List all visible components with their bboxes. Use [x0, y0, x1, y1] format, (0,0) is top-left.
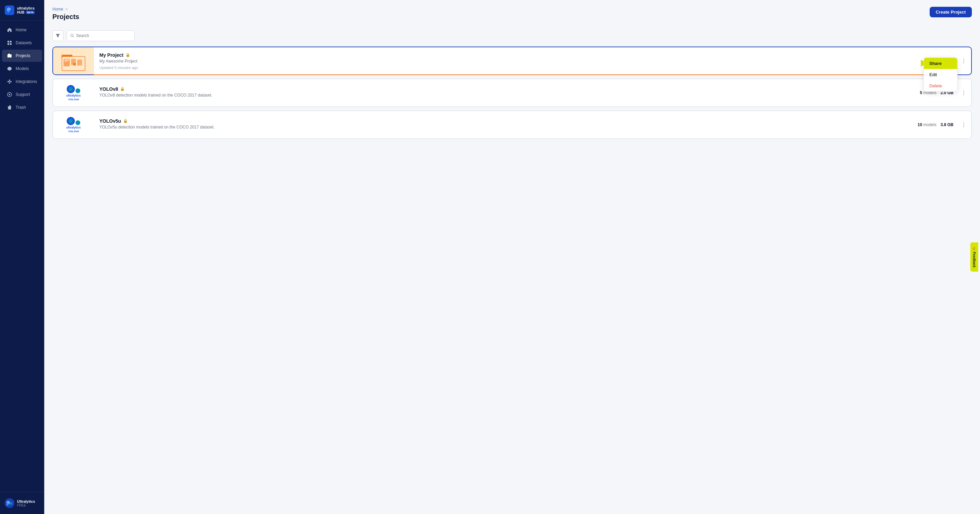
- sidebar-item-support[interactable]: Support: [2, 88, 42, 101]
- svg-line-20: [73, 36, 74, 37]
- breadcrumb: Home >: [52, 7, 79, 11]
- svg-rect-3: [8, 41, 9, 43]
- integrations-icon: [7, 79, 12, 84]
- svg-point-10: [9, 79, 10, 81]
- logo-name: ultralytics: [17, 6, 35, 11]
- svg-point-17: [10, 502, 12, 505]
- sidebar: ultralytics HUB BETA Home Datasets Proje…: [0, 0, 44, 514]
- lock-icon-yolov5u: 🔒: [123, 119, 128, 123]
- filter-button[interactable]: [52, 30, 63, 41]
- search-box: [67, 30, 135, 41]
- projects-icon: [7, 53, 12, 59]
- project-desc-my-project: My Awesome Project: [99, 59, 926, 63]
- project-menu-button-my-project[interactable]: ⋮: [959, 56, 969, 66]
- project-info-my-project: My Project 🔒 My Awesome Project Updated …: [94, 48, 931, 74]
- sidebar-item-integrations[interactable]: Integrations: [2, 76, 42, 88]
- svg-point-14: [9, 94, 10, 95]
- svg-rect-25: [64, 59, 69, 60]
- support-icon: [7, 92, 12, 97]
- logo-text: ultralytics HUB BETA: [17, 6, 35, 14]
- project-card-yolov5u[interactable]: ultralytics YOLOv5 YOLOv5u 🔒 YOLOv5u det…: [52, 111, 972, 139]
- sidebar-item-datasets[interactable]: Datasets: [2, 37, 42, 49]
- feedback-label: Feedback: [972, 252, 976, 268]
- main-content: Home > Projects Create Project: [44, 0, 980, 514]
- project-updated-my-project: Updated 5 minutes ago: [99, 66, 926, 70]
- dropdown-share[interactable]: Share: [924, 58, 957, 69]
- svg-marker-7: [8, 67, 11, 71]
- project-card-yolov8[interactable]: ultralytics YOLOv8 YOLOv8 🔒 YOLOv8 detec…: [52, 79, 972, 107]
- search-input[interactable]: [76, 33, 131, 38]
- progress-line: [94, 75, 924, 75]
- create-project-button[interactable]: Create Project: [930, 7, 972, 17]
- dropdown-delete[interactable]: Delete: [924, 80, 957, 92]
- breadcrumb-separator: >: [65, 7, 68, 11]
- folder-icon: [61, 50, 86, 72]
- logo-hub: HUB BETA: [17, 11, 35, 14]
- project-thumbnail-yolov5u: ultralytics YOLOv5: [53, 111, 94, 138]
- svg-point-11: [9, 82, 10, 84]
- svg-point-9: [10, 81, 11, 82]
- project-meta-yolov5u: 10 models 3.8 GB: [912, 118, 959, 131]
- svg-point-2: [7, 11, 9, 13]
- project-thumbnail-my-project: [53, 47, 94, 75]
- trash-icon: [7, 105, 12, 110]
- dropdown-menu: Share Edit Delete: [924, 57, 958, 92]
- sidebar-bottom: Ultralytics FREE: [0, 492, 44, 514]
- beta-badge: BETA: [26, 11, 35, 14]
- user-plan: FREE: [17, 503, 35, 507]
- project-menu-button-yolov8[interactable]: ⋮: [959, 88, 969, 98]
- svg-point-19: [71, 34, 73, 36]
- user-name: Ultralytics: [17, 500, 35, 503]
- project-thumbnail-yolov8: ultralytics YOLOv8: [53, 79, 94, 106]
- home-icon: [7, 27, 12, 33]
- user-info[interactable]: Ultralytics FREE: [3, 497, 41, 510]
- svg-rect-26: [64, 61, 68, 62]
- svg-rect-5: [8, 43, 9, 45]
- project-name-yolov8: YOLOv8 🔒: [99, 86, 909, 92]
- project-info-yolov8: YOLOv8 🔒 YOLOv8 detection models trained…: [94, 82, 914, 104]
- project-list: My Project 🔒 My Awesome Project Updated …: [52, 47, 972, 139]
- project-desc-yolov8: YOLOv8 detection models trained on the C…: [99, 93, 909, 98]
- page-title: Projects: [52, 13, 79, 21]
- search-icon: [70, 34, 74, 38]
- models-icon: [7, 66, 12, 71]
- file-size-yolov5u: 3.8 GB: [940, 122, 953, 127]
- logo-icon: [5, 5, 14, 15]
- models-count-yolov5u: 10 models: [918, 122, 937, 127]
- user-text: Ultralytics FREE: [17, 500, 35, 507]
- content-area: Home > Projects Create Project: [44, 0, 980, 514]
- toolbar: [52, 30, 972, 41]
- sidebar-item-projects[interactable]: Projects: [2, 50, 42, 62]
- svg-point-18: [6, 503, 9, 506]
- project-desc-yolov5u: YOLOv5u detection models trained on the …: [99, 125, 907, 130]
- ultralytics-logo-v8: ultralytics YOLOv8: [66, 85, 81, 101]
- ultralytics-logo-v5: ultralytics YOLOv5: [66, 117, 81, 133]
- sidebar-item-home[interactable]: Home: [2, 24, 42, 36]
- logo: ultralytics HUB BETA: [0, 0, 44, 21]
- project-menu-button-yolov5u[interactable]: ⋮: [959, 120, 969, 130]
- svg-rect-4: [10, 41, 11, 43]
- feedback-icon: 😊: [972, 246, 976, 251]
- project-card-my-project[interactable]: My Project 🔒 My Awesome Project Updated …: [52, 47, 972, 75]
- svg-point-1: [10, 10, 12, 13]
- filter-icon: [56, 33, 60, 38]
- avatar: [5, 498, 14, 508]
- lock-icon-yolov8: 🔒: [120, 87, 125, 91]
- project-name-yolov5u: YOLOv5u 🔒: [99, 118, 907, 124]
- feedback-tab[interactable]: 😊 Feedback: [970, 243, 978, 271]
- svg-rect-6: [10, 43, 11, 45]
- svg-rect-28: [77, 59, 82, 66]
- project-name-my-project: My Project 🔒: [99, 52, 926, 58]
- lock-icon: 🔒: [126, 53, 130, 57]
- sidebar-item-models[interactable]: Models: [2, 63, 42, 75]
- svg-rect-29: [73, 63, 76, 66]
- project-info-yolov5u: YOLOv5u 🔒 YOLOv5u detection models train…: [94, 114, 912, 136]
- breadcrumb-home[interactable]: Home: [52, 7, 63, 11]
- datasets-icon: [7, 40, 12, 46]
- sidebar-item-trash[interactable]: Trash: [2, 101, 42, 114]
- dropdown-edit[interactable]: Edit: [924, 69, 957, 80]
- svg-point-8: [8, 81, 9, 82]
